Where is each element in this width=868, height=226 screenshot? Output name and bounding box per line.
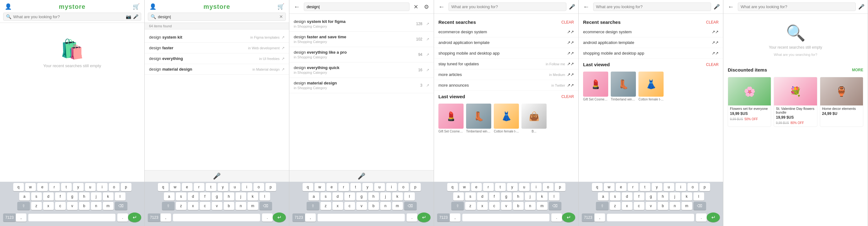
lv5-item-1[interactable]: 💄Gift Set Cosmetics [583, 72, 608, 101]
recent-item-6[interactable]: more announcesin Twitter↗ [434, 80, 578, 91]
key-num2[interactable]: 7123 [148, 214, 160, 222]
recent-item-1[interactable]: ecommerce design system↗ [434, 27, 578, 37]
suggestion-4[interactable]: design material design in Material desig… [145, 64, 289, 75]
recent-item-4[interactable]: stay tuned for updatesin Follow me↗ [434, 59, 578, 69]
recent-item-2[interactable]: android application template↗ [434, 37, 578, 48]
disc-item-1[interactable]: 🌸 Flowers set for everyone 19,99 $US 9,9… [728, 77, 771, 127]
lv-item-1[interactable]: 💄Gift Set Cosmetics [438, 104, 464, 133]
key-a[interactable]: a [19, 192, 30, 200]
key-a2[interactable]: a [164, 192, 175, 200]
recent-item-5-1[interactable]: ecommerce design system↗ [579, 27, 723, 37]
mic-btn-4[interactable] [569, 4, 575, 10]
bottom-input-1[interactable] [28, 214, 116, 221]
search-input-5[interactable] [593, 2, 711, 11]
cart-icon-2[interactable]: 🛒 [276, 2, 286, 11]
mic-btn-5[interactable] [714, 4, 720, 10]
key-l2[interactable]: l [259, 192, 270, 200]
discounted-more-6[interactable]: MORE [852, 68, 863, 72]
key-f[interactable]: f [55, 192, 66, 200]
key-z2[interactable]: z [176, 202, 186, 210]
key-r2[interactable]: r [194, 183, 205, 191]
recent-item-5[interactable]: more articlesin Medium↗ [434, 69, 578, 80]
key-dot2[interactable]: . [262, 214, 273, 222]
recent-item-5-3[interactable]: shopping mobile and desktop app↗ [579, 48, 723, 59]
key-y2[interactable]: y [218, 183, 228, 191]
back-button-6[interactable]: ← [726, 3, 735, 10]
key-k[interactable]: k [103, 192, 114, 200]
suggestion-2[interactable]: design faster in Web development [145, 43, 289, 53]
lv-item-3[interactable]: 👗Cotton female t-... [494, 104, 519, 133]
search-bar-2[interactable]: 🔍 [148, 12, 286, 21]
person-icon[interactable]: 👤 [3, 2, 13, 11]
key-m[interactable]: m [103, 202, 114, 210]
key-s2[interactable]: s [176, 192, 186, 200]
back-button-5[interactable]: ← [582, 3, 591, 10]
disc-item-3[interactable]: 🏺 Home decor elements 24,99 $U [820, 77, 863, 127]
key-u[interactable]: u [85, 183, 96, 191]
key-enter-1[interactable]: ↵ [128, 213, 141, 222]
bottom-input-2[interactable] [173, 214, 260, 221]
clear-icon-2[interactable] [279, 14, 283, 19]
search-input-6[interactable] [738, 2, 856, 11]
key-x[interactable]: x [43, 202, 54, 210]
key-enter2[interactable]: ↵ [273, 213, 286, 222]
search-input-4[interactable] [448, 2, 566, 11]
key-w[interactable]: w [25, 183, 36, 191]
key-s[interactable]: s [31, 192, 42, 200]
back-button-4[interactable]: ← [437, 3, 446, 10]
key-m2[interactable]: m [248, 202, 258, 210]
key-e[interactable]: e [37, 183, 48, 191]
key-r[interactable]: r [49, 183, 60, 191]
key-q2[interactable]: q [158, 183, 168, 191]
key-j[interactable]: j [91, 192, 101, 200]
key-g2[interactable]: g [212, 192, 222, 200]
key-n2[interactable]: n [236, 202, 246, 210]
mic-icon-1[interactable] [133, 14, 138, 19]
key-c2[interactable]: c [200, 202, 210, 210]
key-shift[interactable]: ⇧ [17, 202, 30, 210]
auto-5[interactable]: design material designin Shopping Catego… [289, 78, 434, 93]
auto-2[interactable]: design faster and save timein Shopping C… [289, 32, 434, 47]
suggestion-1[interactable]: design system kit in Figma templates [145, 32, 289, 43]
key-j2[interactable]: j [236, 192, 246, 200]
auto-1[interactable]: design system kit for figmain Shopping C… [289, 16, 434, 32]
filter-btn-3[interactable] [422, 3, 431, 11]
key-i[interactable]: i [97, 183, 107, 191]
search-bar-1[interactable]: 🔍 [3, 12, 141, 21]
mic-bottom-3[interactable] [358, 172, 366, 180]
key-t2[interactable]: t [206, 183, 216, 191]
back-button-3[interactable]: ← [292, 3, 301, 10]
auto-3[interactable]: design everything like a proin Shopping … [289, 47, 434, 63]
key-f2[interactable]: f [200, 192, 210, 200]
key-v2[interactable]: v [212, 202, 222, 210]
mic-bottom-2[interactable] [213, 172, 221, 180]
key-o[interactable]: o [109, 183, 120, 191]
key-k2[interactable]: k [248, 192, 258, 200]
key-o2[interactable]: o [253, 183, 264, 191]
key-comma[interactable]: , [16, 214, 26, 222]
search-input-2[interactable] [158, 14, 277, 19]
auto-4[interactable]: design everything quickin Shopping Categ… [289, 63, 434, 78]
key-y[interactable]: y [73, 183, 84, 191]
recent-clear-5[interactable]: CLEAR [706, 20, 719, 25]
key-backspace[interactable]: ⌫ [115, 202, 127, 210]
key-h[interactable]: h [79, 192, 90, 200]
key-dot-1[interactable]: . [117, 214, 128, 222]
key-h2[interactable]: h [224, 192, 234, 200]
search-input-3[interactable] [304, 2, 409, 11]
key-d[interactable]: d [43, 192, 54, 200]
key-e2[interactable]: e [182, 183, 192, 191]
key-comma2[interactable]: , [160, 214, 171, 222]
key-w2[interactable]: w [170, 183, 181, 191]
lastviewed-clear-4[interactable]: CLEAR [561, 95, 574, 99]
lv-item-2[interactable]: 👢Timberland winte... [466, 104, 491, 133]
recent-item-3[interactable]: shopping mobile and desktop app↗ [434, 48, 578, 59]
recent-item-5-2[interactable]: android application template↗ [579, 37, 723, 48]
key-p[interactable]: p [121, 183, 131, 191]
person-icon-2[interactable]: 👤 [148, 2, 158, 11]
key-b2[interactable]: b [224, 202, 234, 210]
cart-icon-1[interactable]: 🛒 [131, 2, 141, 11]
key-x2[interactable]: x [188, 202, 198, 210]
suggestion-3[interactable]: design everything in UI freebies [145, 53, 289, 64]
key-c[interactable]: c [55, 202, 66, 210]
